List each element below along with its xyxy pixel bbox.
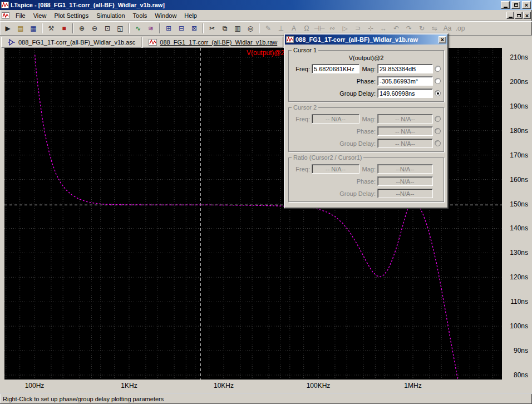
y-axis-tick-label: 120ns [510,273,528,281]
cursor2-group-delay-row: Group Delay: -- N/A-- [292,139,441,148]
restore-button[interactable] [511,1,520,9]
zoom-out-icon[interactable]: ⊖ [88,23,101,34]
mdi-restore-button[interactable] [515,12,523,19]
restore-icon [517,14,521,17]
cursor1-mag-field[interactable]: 29.853384dB [377,64,433,73]
close-button[interactable]: × [522,1,531,9]
tab-schematic-file[interactable]: 088_FG1_1T-corr_(all-BF)_Widlar_v1b.asc [1,37,141,48]
cursor-dialog-close-button[interactable]: × [439,36,446,43]
minimize-icon [509,17,513,18]
zoom-area-icon[interactable]: ⊡ [101,23,114,34]
menu-plot-settings[interactable]: Plot Settings [50,11,92,20]
text-icon[interactable]: Aa [441,23,454,34]
mag-label: Mag: [359,66,377,72]
ltspice-app-icon [1,2,9,8]
plot-settings-icon[interactable]: ≋ [145,23,157,34]
menu-window[interactable]: Window [151,11,180,20]
redo-icon[interactable]: ↷ [403,23,415,34]
phase-label: Phase: [292,128,377,135]
run-icon[interactable]: ▶ [2,23,14,34]
toolbar: ▶▤▦⚒■⊕⊖⊡◱∿≋⊞⊟⊠✂⧉▥◎✎⊥AΩ⊣⊢∾▷⊃⊹↔↶↷↻⇋Aa.op [0,21,532,36]
paste-icon[interactable]: ▥ [231,23,244,34]
zoom-full-icon[interactable]: ◱ [114,23,126,34]
cursor1-mag-radio[interactable] [435,66,441,72]
toolbar-separator [129,23,130,33]
menu-tools[interactable]: Tools [129,11,151,20]
tab-label: 088_FG1_1T-corr_(all-BF)_Widlar_v1b.asc [18,39,135,46]
open-icon[interactable]: ▤ [14,23,27,34]
cursor2-legend: Cursor 2 [292,104,318,111]
undo-icon[interactable]: ↶ [390,23,402,34]
label-net-icon[interactable]: A [288,23,300,34]
save-icon[interactable]: ▦ [27,23,40,34]
cursor1-phase-field[interactable]: -305.86993m° [377,76,433,86]
mag-label: Mag: [359,116,377,122]
zoom-in-icon[interactable]: ⊕ [76,23,88,34]
freq-label: Freq: [292,66,312,72]
toolbar-separator [42,23,43,33]
copy-icon[interactable]: ⧉ [219,23,231,34]
x-axis-tick-label: 100KHz [307,382,331,390]
pan-icon[interactable]: ⊠ [188,23,200,34]
cursor-dialog-titlebar[interactable]: 088_FG1_1T-corr_(all-BF)_Widlar_v1b.raw … [285,35,447,45]
menu-view[interactable]: View [29,11,51,20]
y-axis[interactable]: 210ns200ns190ns180ns170ns160ns150ns140ns… [502,48,532,380]
cut-icon[interactable]: ✂ [206,23,218,34]
menu-simulation[interactable]: Simulation [92,11,129,20]
cursor1-trace-name: V(output)@2 [292,55,441,61]
group-delay-label: Group Delay: [292,90,377,97]
group-delay-label: Group Delay: [292,140,377,147]
cursor2-freq-field: -- N/A-- [312,114,359,124]
grid-icon[interactable]: ⊞ [162,23,175,34]
mdi-window-buttons: × [506,12,531,19]
tab-waveform-file[interactable]: 088_FG1_1T-corr_(all-BF)_Widlar_v1b.raw [142,37,283,48]
move-icon[interactable]: ⊹ [364,23,377,34]
inductor-icon[interactable]: ∾ [326,23,338,34]
trace-label[interactable]: V(output)@2 [247,49,284,57]
cursor1-freq-field[interactable]: 5.6820681KHz [312,64,359,73]
mdi-document-icon[interactable] [2,12,9,19]
rotate-icon[interactable]: ↻ [416,23,428,34]
y-axis-tick-label: 110ns [510,298,528,306]
drag-icon[interactable]: ↔ [377,23,390,34]
cursor2-group-delay-radio [435,140,441,146]
cursor1-phase-radio[interactable] [435,78,441,84]
mirror-icon[interactable]: ⇋ [428,23,441,34]
title-bar[interactable]: LTspice - [088_FG1_1T-corr_(all-BF)_Widl… [0,0,532,10]
component-icon[interactable]: ⊃ [352,23,364,34]
minimize-button[interactable] [501,1,510,9]
waveform-viewer: V(output)@2 210ns200ns190ns180ns170ns160… [0,48,532,380]
cursor1-freq-mag-row: Freq: 5.6820681KHz Mag: 29.853384dB [292,64,441,73]
cursor-dialog: 088_FG1_1T-corr_(all-BF)_Widlar_v1b.raw … [284,33,449,209]
tab-bar: 088_FG1_1T-corr_(all-BF)_Widlar_v1b.asc … [0,36,532,48]
y-axis-tick-label: 160ns [510,176,528,184]
halt-icon[interactable]: ■ [58,23,70,34]
diode-icon[interactable]: ▷ [339,23,351,34]
cursor1-group-delay-radio[interactable] [435,90,441,96]
status-bar: Right-Click to set up phase/group delay … [0,393,532,404]
ratio-freq-mag-row: Freq: -- N/A-- Mag: --N/A-- [292,164,441,174]
mdi-minimize-button[interactable] [506,12,514,19]
freq-label: Freq: [292,166,312,173]
cursor1-phase-row: Phase: -305.86993m° [292,76,441,86]
autorange-icon[interactable]: ∿ [132,23,144,34]
mdi-close-button[interactable]: × [523,12,531,19]
find-icon[interactable]: ◎ [244,23,257,34]
menu-file[interactable]: File [12,11,29,20]
resistor-icon[interactable]: Ω [301,23,313,34]
menu-help[interactable]: Help [180,11,201,20]
cursor1-group: Cursor 1 V(output)@2 Freq: 5.6820681KHz … [288,47,444,102]
ground-icon[interactable]: ⊥ [275,23,287,34]
status-text: Right-Click to set up phase/group delay … [3,396,164,402]
cursor1-group-delay-field[interactable]: 149.60998ns [377,88,433,98]
ratio-group-delay-field: --N/A-- [377,189,433,198]
x-axis[interactable]: 100Hz1KHz10KHz100KHz1MHz [0,380,532,393]
mark-data-points-icon[interactable]: ⊟ [175,23,188,34]
wire-icon[interactable]: ✎ [262,23,274,34]
control-panel-icon[interactable]: ⚒ [45,23,57,34]
schematic-file-icon [7,39,16,46]
y-axis-tick-label: 200ns [510,78,528,86]
capacitor-icon[interactable]: ⊣⊢ [313,23,326,34]
spice-directive-icon[interactable]: .op [454,23,466,34]
restore-icon [514,3,518,7]
